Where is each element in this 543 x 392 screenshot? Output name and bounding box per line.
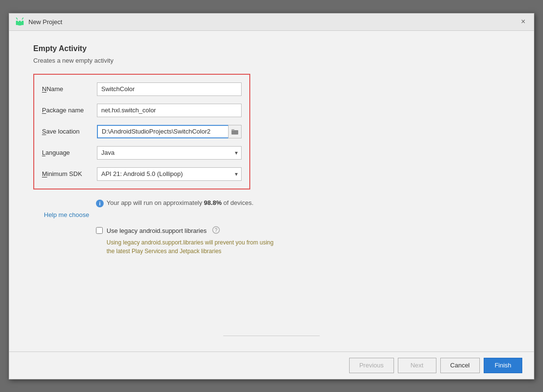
form-grid: NName Package name Save location bbox=[34, 82, 242, 181]
location-label: Save location bbox=[34, 128, 97, 135]
cancel-button[interactable]: Cancel bbox=[440, 358, 480, 373]
name-label: NName bbox=[34, 85, 97, 93]
name-input[interactable] bbox=[97, 82, 242, 96]
title-bar-left: New Project bbox=[15, 17, 62, 27]
device-coverage-info: i Your app will run on approximately 98.… bbox=[96, 199, 510, 207]
legacy-checkbox[interactable] bbox=[96, 227, 103, 234]
svg-line-4 bbox=[16, 18, 17, 19]
dialog-content: Empty Activity Creates a new empty activ… bbox=[9, 31, 534, 351]
android-logo-icon bbox=[15, 17, 25, 27]
dialog-footer: Previous Next Cancel Finish bbox=[9, 351, 534, 379]
folder-icon bbox=[231, 129, 238, 135]
svg-rect-8 bbox=[231, 130, 238, 135]
legacy-note: Using legacy android.support.libraries w… bbox=[107, 238, 510, 256]
browse-folder-button[interactable] bbox=[228, 125, 242, 138]
svg-rect-6 bbox=[16, 23, 17, 25]
package-label: Package name bbox=[34, 107, 97, 114]
dialog-title: New Project bbox=[28, 18, 62, 26]
close-button[interactable]: × bbox=[518, 17, 528, 27]
svg-text:?: ? bbox=[215, 228, 218, 233]
page-subtitle: Creates a new empty activity bbox=[33, 57, 510, 64]
package-input[interactable] bbox=[97, 104, 242, 117]
location-field-group bbox=[97, 125, 242, 138]
title-bar: New Project × bbox=[9, 14, 534, 31]
previous-button[interactable]: Previous bbox=[349, 358, 394, 373]
svg-point-3 bbox=[21, 21, 22, 22]
sdk-label: Minimum SDK bbox=[34, 170, 97, 177]
device-coverage-text: Your app will run on approximately 98.8%… bbox=[107, 199, 254, 206]
language-select-wrapper: Java Kotlin ▾ bbox=[97, 146, 242, 160]
svg-point-2 bbox=[18, 21, 19, 22]
language-label: Language bbox=[34, 149, 97, 156]
form-section: NName Package name Save location bbox=[33, 74, 250, 189]
finish-button[interactable]: Finish bbox=[484, 358, 522, 373]
legacy-checkbox-label[interactable]: Use legacy android.support libraries bbox=[107, 227, 206, 234]
legacy-help-icon[interactable]: ? bbox=[212, 226, 220, 235]
location-input[interactable] bbox=[97, 125, 228, 138]
sdk-select[interactable]: API 21: Android 5.0 (Lollipop) API 26: A… bbox=[97, 167, 242, 181]
page-title: Empty Activity bbox=[33, 44, 510, 53]
info-icon: i bbox=[96, 200, 104, 207]
language-select[interactable]: Java Kotlin bbox=[97, 146, 242, 160]
svg-rect-7 bbox=[22, 23, 24, 25]
svg-line-5 bbox=[22, 18, 23, 19]
new-project-dialog: New Project × Empty Activity Creates a n… bbox=[9, 13, 534, 379]
footer-divider bbox=[223, 336, 320, 336]
next-button[interactable]: Next bbox=[398, 358, 436, 373]
help-choose-link[interactable]: Help me choose bbox=[44, 211, 510, 218]
sdk-select-wrapper: API 21: Android 5.0 (Lollipop) API 26: A… bbox=[97, 167, 242, 181]
legacy-checkbox-row: Use legacy android.support libraries ? bbox=[96, 226, 510, 235]
svg-rect-9 bbox=[231, 129, 234, 131]
